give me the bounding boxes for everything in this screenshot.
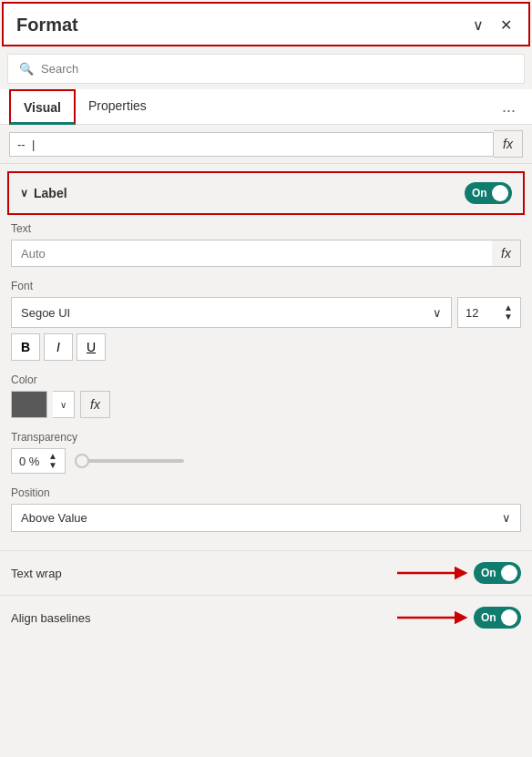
color-swatch[interactable] xyxy=(11,391,47,418)
chevron-down-icon: ∨ xyxy=(20,187,28,199)
bold-button[interactable]: B xyxy=(11,333,40,361)
text-wrap-toggle[interactable]: On xyxy=(474,562,521,584)
color-row: ∨ fx xyxy=(11,391,521,418)
header-actions: ∨ ✕ xyxy=(469,15,516,36)
color-fx-button[interactable]: fx xyxy=(80,391,110,418)
dropdown-chevron-icon: ∨ xyxy=(433,306,442,320)
transparency-row: 0 % ▲▼ xyxy=(11,448,521,474)
text-label: Text xyxy=(11,222,521,235)
transparency-spinner-icon: ▲▼ xyxy=(48,452,57,470)
text-field-group: Text fx xyxy=(11,222,521,267)
panel-title: Format xyxy=(16,15,78,36)
divider-2 xyxy=(0,595,532,596)
font-family-select[interactable]: Segoe UI ∨ xyxy=(11,297,452,328)
align-baselines-toggle[interactable]: On xyxy=(474,607,521,629)
transparency-slider[interactable] xyxy=(75,459,184,463)
align-baselines-row: Align baselines On xyxy=(0,598,532,638)
color-label: Color xyxy=(11,373,521,386)
spinner-icon: ▲▼ xyxy=(504,303,513,322)
panel-header: Format ∨ ✕ xyxy=(2,2,530,46)
formula-fx-button[interactable]: fx xyxy=(494,130,523,158)
tabs-row: Visual Properties ... xyxy=(0,89,532,125)
format-buttons: B I U xyxy=(11,333,521,361)
font-row: Segoe UI ∨ 12 ▲▼ xyxy=(11,297,521,328)
toggle-circle xyxy=(492,185,508,201)
label-toggle[interactable]: On xyxy=(465,182,512,204)
slider-thumb xyxy=(75,454,89,468)
label-section-title: ∨ Label xyxy=(20,186,67,200)
underline-button[interactable]: U xyxy=(77,333,106,361)
tab-properties[interactable]: Properties xyxy=(76,89,159,124)
text-input[interactable] xyxy=(11,240,492,267)
label-section-header[interactable]: ∨ Label On xyxy=(7,171,525,215)
tabs-more-button[interactable]: ... xyxy=(495,94,523,120)
text-wrap-label: Text wrap xyxy=(11,567,62,580)
color-field-group: Color ∨ fx xyxy=(11,373,521,418)
search-icon: 🔍 xyxy=(19,62,34,76)
italic-button[interactable]: I xyxy=(44,333,73,361)
text-wrap-row: Text wrap On xyxy=(0,553,532,593)
collapse-button[interactable]: ∨ xyxy=(469,15,487,36)
font-field-group: Font Segoe UI ∨ 12 ▲▼ B I U xyxy=(11,280,521,361)
position-field-group: Position Above Value ∨ xyxy=(11,486,521,532)
content-area: Text fx Font Segoe UI ∨ 12 ▲▼ xyxy=(0,219,532,548)
toggle-circle-textwrap xyxy=(501,565,517,581)
font-size-input[interactable]: 12 ▲▼ xyxy=(457,297,521,328)
text-input-row: fx xyxy=(11,240,521,267)
align-arrow-annotation xyxy=(397,607,470,629)
formula-input[interactable] xyxy=(9,132,494,157)
position-select[interactable]: Above Value ∨ xyxy=(11,504,521,532)
search-input[interactable] xyxy=(41,62,513,76)
text-fx-button[interactable]: fx xyxy=(492,240,521,267)
transparency-label: Transparency xyxy=(11,431,521,444)
divider-1 xyxy=(0,550,532,551)
search-box[interactable]: 🔍 xyxy=(7,54,525,84)
transparency-input[interactable]: 0 % ▲▼ xyxy=(11,448,66,474)
arrow-annotation xyxy=(397,562,470,584)
toggle-circle-align xyxy=(501,609,517,626)
tabs: Visual Properties xyxy=(9,89,159,124)
position-label: Position xyxy=(11,486,521,499)
close-button[interactable]: ✕ xyxy=(496,15,516,36)
formula-row: fx xyxy=(0,125,532,164)
color-dropdown-button[interactable]: ∨ xyxy=(53,391,75,418)
align-baselines-label: Align baselines xyxy=(11,611,90,625)
format-panel: Format ∨ ✕ 🔍 Visual Properties ... fx ∨ … xyxy=(0,0,532,757)
font-label: Font xyxy=(11,280,521,292)
position-chevron-icon: ∨ xyxy=(502,511,511,525)
transparency-field-group: Transparency 0 % ▲▼ xyxy=(11,431,521,474)
tab-visual[interactable]: Visual xyxy=(9,89,76,125)
